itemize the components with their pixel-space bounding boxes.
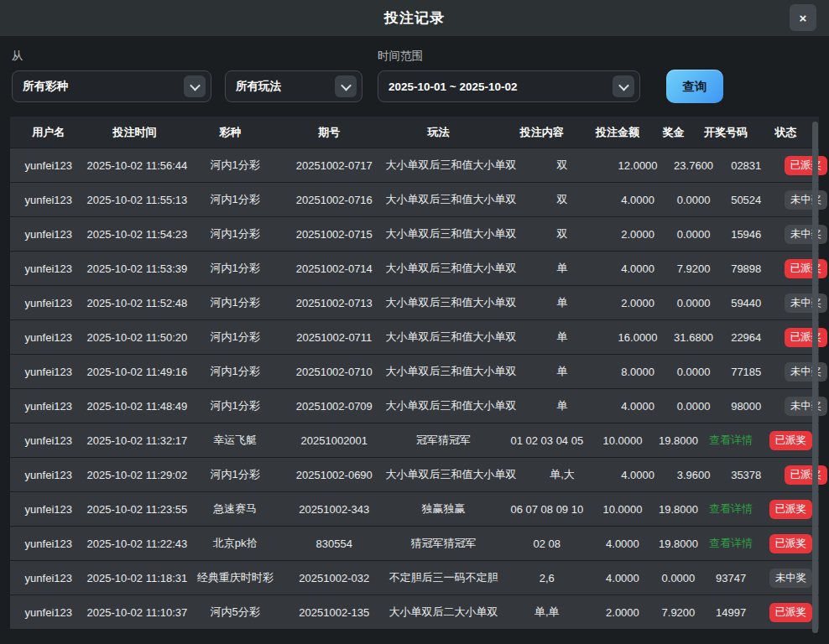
cell-lottery: 河内1分彩: [187, 398, 283, 413]
status-badge: 未中奖: [785, 293, 828, 313]
status-badge: 未中奖: [769, 569, 813, 588]
cell-time: 2025-10-02 11:52:48: [87, 297, 188, 309]
cell-time: 2025-10-02 11:10:37: [87, 606, 188, 619]
close-icon: ×: [800, 12, 807, 24]
cell-username: yunfei123: [10, 434, 87, 447]
cell-amount: 8.0000: [607, 366, 667, 378]
cell-amount: 2.0000: [607, 228, 667, 241]
cell-issue: 20251002-0717: [283, 159, 385, 172]
cell-lottery: 幸运飞艇: [187, 433, 283, 448]
cell-lottery: 河内1分彩: [187, 467, 283, 482]
cell-username: yunfei123: [10, 228, 87, 241]
view-details-link[interactable]: 查看详情: [709, 501, 753, 517]
cell-status: 未中奖: [773, 397, 829, 416]
cell-play: 大小单双后三和值大小单双: [386, 192, 517, 207]
cell-lottery: 河内1分彩: [187, 226, 283, 242]
cell-play: 大小单双后三和值大小单双: [386, 330, 517, 345]
cell-lottery: 河内1分彩: [187, 364, 283, 379]
cell-prize: 19.8000: [653, 538, 705, 550]
play-type-select[interactable]: 所有玩法: [225, 70, 362, 102]
column-header: 奖金: [648, 125, 700, 140]
cell-play: 猜冠军猜冠军: [386, 536, 502, 551]
status-badge: 未中奖: [785, 190, 828, 210]
cell-prize: 0.0000: [668, 366, 720, 378]
time-range-label: 时间范围: [378, 49, 640, 64]
lottery-type-select[interactable]: 所有彩种: [12, 70, 211, 102]
cell-status: 未中奖: [773, 190, 829, 210]
cell-lottery: 河内1分彩: [187, 158, 283, 173]
table-row: yunfei1232025-10-02 11:50:20河内1分彩2025100…: [10, 319, 819, 354]
cell-numbers: 22964: [719, 331, 773, 344]
cell-content: 01 02 03 04 05: [501, 434, 592, 447]
cell-username: yunfei123: [10, 194, 87, 206]
cell-content: 单: [517, 330, 608, 345]
cell-play: 不定胆后三一码不定胆: [386, 570, 502, 585]
cell-numbers: 93747: [704, 572, 758, 584]
close-button[interactable]: ×: [790, 4, 816, 31]
query-button[interactable]: 查询: [666, 70, 723, 103]
cell-content: 02 08: [501, 538, 592, 550]
view-details-link[interactable]: 查看详情: [709, 433, 753, 448]
cell-play: 大小单双后二大小单双: [386, 605, 502, 620]
cell-content: 06 07 08 09 10: [501, 503, 592, 516]
play-type-value: 所有玩法: [236, 79, 281, 94]
cell-amount: 4.0000: [607, 262, 667, 275]
table-header-row: 用户名投注时间彩种期号玩法投注内容投注金额奖金开奖号码状态: [10, 117, 819, 148]
cell-amount: 4.0000: [607, 469, 667, 481]
cell-prize: 19.8000: [653, 434, 705, 447]
table-row: yunfei1232025-10-02 11:23:55急速赛马20251002…: [10, 491, 819, 526]
cell-prize: 0.0000: [668, 194, 720, 206]
table-row: yunfei1232025-10-02 11:48:49河内1分彩2025100…: [10, 388, 819, 423]
cell-play: 大小单双后三和值大小单双: [386, 226, 517, 242]
cell-content: 单,大: [517, 467, 608, 482]
date-range-select[interactable]: 2025-10-01 ~ 2025-10-02: [378, 70, 640, 102]
cell-status: 已派奖: [773, 259, 829, 278]
cell-issue: 20251002-0709: [283, 400, 385, 413]
status-badge: 已派奖: [769, 603, 813, 622]
chevron-down-icon: [184, 75, 206, 97]
cell-numbers: 查看详情: [704, 433, 758, 448]
cell-prize: 0.0000: [668, 228, 720, 241]
cell-username: yunfei123: [10, 331, 87, 344]
table-row: yunfei1232025-10-02 11:10:37河内5分彩2025100…: [10, 595, 819, 629]
cell-time: 2025-10-02 11:48:49: [87, 400, 188, 413]
view-details-link[interactable]: 查看详情: [709, 536, 753, 551]
page-title: 投注记录: [384, 8, 445, 28]
vertical-scrollbar[interactable]: [812, 122, 818, 633]
cell-username: yunfei123: [10, 159, 87, 172]
status-badge: 已派奖: [785, 328, 828, 347]
cell-status: 已派奖: [773, 156, 829, 175]
status-badge: 未中奖: [785, 362, 828, 382]
cell-lottery: 河内1分彩: [187, 192, 283, 207]
cell-issue: 20251002-0715: [283, 228, 385, 241]
cell-lottery: 河内1分彩: [187, 295, 283, 310]
cell-time: 2025-10-02 11:49:16: [87, 366, 188, 378]
column-header: 开奖号码: [699, 125, 753, 140]
column-header: 投注内容: [496, 125, 587, 140]
chevron-down-icon: [613, 75, 634, 97]
cell-content: 单: [517, 295, 608, 310]
cell-prize: 3.9600: [668, 469, 720, 481]
from-label: 从: [12, 49, 225, 64]
table-row: yunfei1232025-10-02 11:54:23河内1分彩2025100…: [10, 216, 819, 251]
cell-time: 2025-10-02 11:18:31: [87, 572, 188, 584]
cell-issue: 20251002-0713: [283, 297, 385, 309]
table-row: yunfei1232025-10-02 11:52:48河内1分彩2025100…: [10, 285, 819, 319]
table-row: yunfei1232025-10-02 11:55:13河内1分彩2025100…: [10, 182, 819, 216]
chevron-down-icon: [335, 75, 357, 97]
cell-play: 大小单双后三和值大小单双: [386, 261, 517, 276]
status-badge: 未中奖: [785, 397, 828, 416]
cell-issue: 20251002-343: [283, 503, 385, 516]
cell-play: 大小单双后三和值大小单双: [386, 364, 517, 379]
column-header: 用户名: [10, 125, 87, 140]
cell-play: 大小单双后三和值大小单双: [386, 158, 517, 173]
table-row: yunfei1232025-10-02 11:56:44河内1分彩2025100…: [10, 148, 819, 182]
cell-prize: 23.7600: [668, 159, 720, 172]
cell-numbers: 59440: [719, 297, 773, 309]
cell-numbers: 14997: [704, 606, 758, 619]
table-body: yunfei1232025-10-02 11:56:44河内1分彩2025100…: [10, 148, 819, 629]
cell-time: 2025-10-02 11:32:17: [87, 434, 188, 447]
cell-amount: 4.0000: [607, 400, 667, 413]
cell-numbers: 查看详情: [704, 501, 758, 517]
cell-amount: 10.0000: [592, 503, 652, 516]
